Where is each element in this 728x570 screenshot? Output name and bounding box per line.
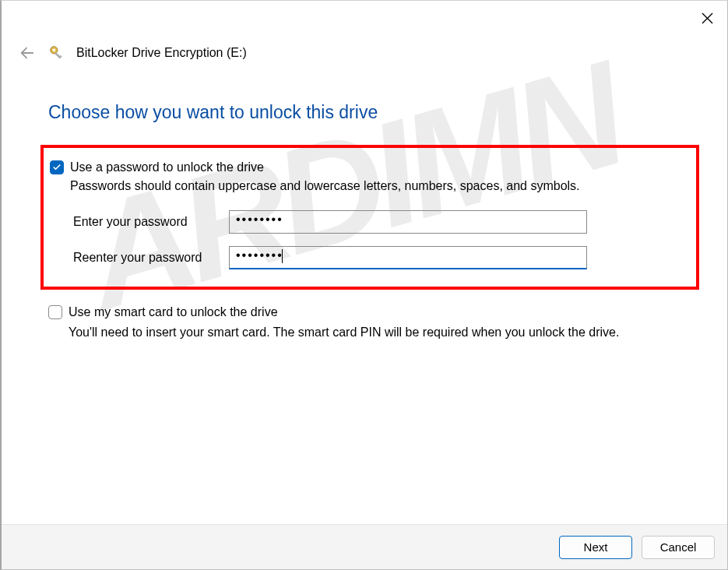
wizard-footer: Next Cancel bbox=[2, 524, 727, 569]
reenter-password-input[interactable]: •••••••• bbox=[229, 246, 587, 269]
smartcard-option-row: Use my smart card to unlock the drive bbox=[48, 305, 696, 319]
close-button[interactable] bbox=[698, 9, 716, 27]
back-button[interactable] bbox=[17, 43, 37, 63]
enter-password-input[interactable]: •••••••• bbox=[229, 210, 587, 234]
next-button[interactable]: Next bbox=[559, 536, 632, 559]
reenter-password-row: Reenter your password •••••••• bbox=[73, 246, 687, 269]
password-option-row: Use a password to unlock the drive bbox=[50, 160, 687, 174]
wizard-header: BitLocker Drive Encryption (E:) bbox=[17, 43, 247, 63]
cancel-button-label: Cancel bbox=[660, 540, 697, 554]
enter-password-label: Enter your password bbox=[73, 215, 229, 229]
next-button-label: Next bbox=[584, 540, 608, 554]
back-arrow-icon bbox=[19, 44, 36, 62]
enter-password-row: Enter your password •••••••• bbox=[73, 210, 687, 234]
reenter-password-value: •••••••• bbox=[236, 248, 283, 262]
page-heading: Choose how you want to unlock this drive bbox=[48, 102, 696, 123]
password-hint: Passwords should contain uppercase and l… bbox=[70, 179, 687, 193]
text-caret bbox=[282, 249, 283, 263]
smartcard-checkbox[interactable] bbox=[48, 305, 62, 319]
smartcard-hint: You'll need to insert your smart card. T… bbox=[69, 325, 696, 340]
password-option-highlight: Use a password to unlock the drive Passw… bbox=[40, 145, 699, 290]
smartcard-option-label: Use my smart card to unlock the drive bbox=[69, 305, 278, 319]
bitlocker-key-icon bbox=[48, 44, 65, 62]
svg-point-3 bbox=[53, 49, 56, 52]
window-title: BitLocker Drive Encryption (E:) bbox=[76, 46, 247, 60]
enter-password-value: •••••••• bbox=[236, 213, 283, 226]
cancel-button[interactable]: Cancel bbox=[642, 536, 715, 559]
smartcard-option-block: Use my smart card to unlock the drive Yo… bbox=[48, 305, 696, 340]
close-icon bbox=[702, 12, 713, 24]
password-option-label: Use a password to unlock the drive bbox=[70, 160, 264, 174]
checkmark-icon bbox=[52, 163, 62, 172]
bitlocker-wizard-window: ARDIMN BitLocker Drive Encryption (E:) C… bbox=[0, 0, 728, 570]
password-checkbox[interactable] bbox=[50, 160, 64, 174]
wizard-content: Choose how you want to unlock this drive… bbox=[48, 102, 696, 340]
reenter-password-label: Reenter your password bbox=[73, 251, 229, 265]
